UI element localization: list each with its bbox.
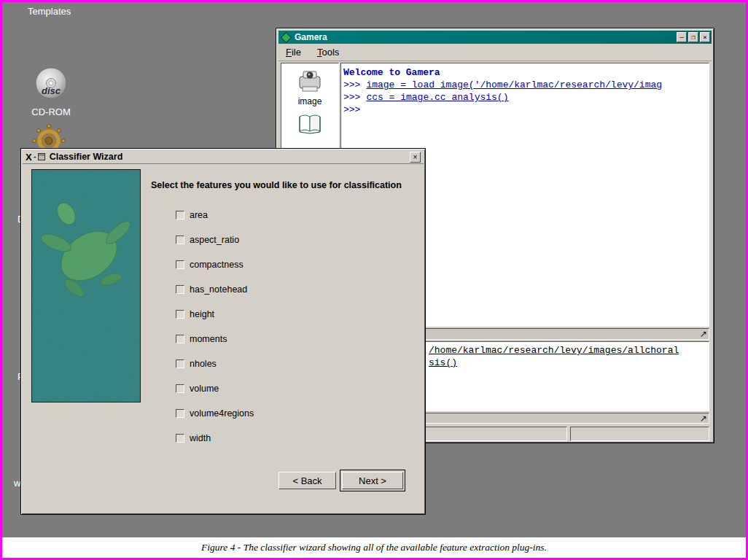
feature-checkbox[interactable]	[176, 236, 184, 244]
wizard-window-title: Classifier Wizard	[50, 152, 410, 162]
feature-label: area	[190, 210, 208, 220]
next-button-default-ring: Next >	[340, 470, 405, 491]
menu-file[interactable]: File	[283, 45, 304, 59]
wizard-titlebar[interactable]: X - Classifier Wizard ×	[23, 150, 424, 164]
next-button[interactable]: Next >	[342, 472, 403, 489]
feature-label: moments	[190, 334, 227, 344]
gamera-window-title: Gamera	[295, 32, 677, 42]
feature-row: volume	[176, 384, 254, 394]
maximize-icon[interactable]: ❐	[688, 32, 698, 42]
svg-text:disc: disc	[42, 85, 61, 96]
minimize-icon[interactable]: –	[677, 32, 687, 42]
feature-row: compactness	[176, 260, 254, 270]
console-code: ccs = image.cc_analysis()	[366, 92, 508, 103]
console-line: >>>ccs = image.cc_analysis()	[343, 91, 706, 104]
gamera-window-icon	[281, 31, 292, 43]
image-icon[interactable]	[297, 85, 323, 96]
console-prompt: >>>	[343, 92, 360, 103]
console-code: image = load_image('/home/karlmac/resear…	[366, 79, 662, 90]
feature-label: width	[190, 433, 211, 443]
feature-row: width	[176, 433, 254, 443]
console-prompt: >>>	[343, 79, 360, 90]
feature-label: volume4regions	[190, 408, 254, 419]
console-welcome: Welcome to Gamera	[343, 66, 706, 79]
templates-label: Templates	[28, 6, 71, 17]
wizard-sidebar-image	[31, 169, 141, 402]
feature-row: nholes	[176, 359, 254, 369]
gamera-menubar: File Tools	[278, 44, 712, 61]
close-icon[interactable]: ×	[700, 32, 710, 42]
history-line: /home/karlmac/research/levy/images/allch…	[429, 344, 679, 357]
feature-checkbox[interactable]	[176, 359, 184, 368]
figure-caption-strip: Figure 4 - The classifier wizard showing…	[2, 537, 746, 558]
history-line: sis()	[429, 357, 457, 369]
wizard-heading: Select the features you would like to us…	[151, 180, 422, 190]
status-panel-right	[570, 427, 709, 441]
console-line: >>>	[343, 104, 706, 116]
feature-label: height	[190, 309, 214, 319]
feature-label: compactness	[190, 260, 244, 270]
feature-label: has_notehead	[190, 284, 247, 295]
cdrom-icon[interactable]: disc	[33, 93, 69, 104]
classifier-wizard-window: X - Classifier Wizard ×	[20, 148, 426, 515]
feature-row: height	[176, 309, 254, 319]
back-button[interactable]: < Back	[278, 472, 336, 489]
titlebar-dash: -	[34, 152, 36, 162]
gamera-titlebar[interactable]: Gamera – ❐ ×	[278, 31, 712, 44]
feature-checkbox[interactable]	[176, 384, 184, 393]
book-icon[interactable]	[297, 125, 322, 136]
console-prompt: >>>	[343, 104, 360, 115]
feature-checkbox[interactable]	[176, 211, 184, 219]
feature-checkbox[interactable]	[176, 434, 184, 443]
feature-row: moments	[176, 334, 254, 344]
wizard-close-icon[interactable]: ×	[410, 152, 421, 163]
feature-label: nholes	[190, 359, 217, 369]
feature-row: has_notehead	[176, 284, 254, 295]
cdrom-label: CD-ROM	[29, 106, 73, 117]
scrollbar-arrow-icon[interactable]: ↗	[700, 413, 707, 424]
feature-checkbox[interactable]	[176, 409, 184, 418]
feature-label: volume	[190, 384, 219, 394]
feature-list: areaaspect_ratiocompactnesshas_noteheadh…	[176, 210, 254, 458]
feature-row: area	[176, 210, 254, 220]
feature-checkbox[interactable]	[176, 335, 184, 343]
feature-checkbox[interactable]	[176, 310, 184, 319]
x11-icon: X	[26, 152, 32, 163]
cdrom-icon-block[interactable]: disc CD-ROM	[29, 66, 73, 117]
window-pin-icon	[38, 153, 45, 160]
feature-checkbox[interactable]	[176, 260, 184, 269]
feature-label: aspect_ratio	[190, 235, 239, 245]
menu-tools[interactable]: Tools	[314, 45, 342, 59]
scrollbar-arrow-icon[interactable]: ↗	[700, 329, 707, 340]
image-icon-label: image	[281, 96, 338, 106]
feature-row: aspect_ratio	[176, 235, 254, 245]
console-line: >>>image = load_image('/home/karlmac/res…	[343, 79, 706, 91]
feature-row: volume4regions	[176, 408, 254, 419]
feature-checkbox[interactable]	[176, 285, 184, 294]
figure-caption: Figure 4 - The classifier wizard showing…	[201, 542, 547, 553]
